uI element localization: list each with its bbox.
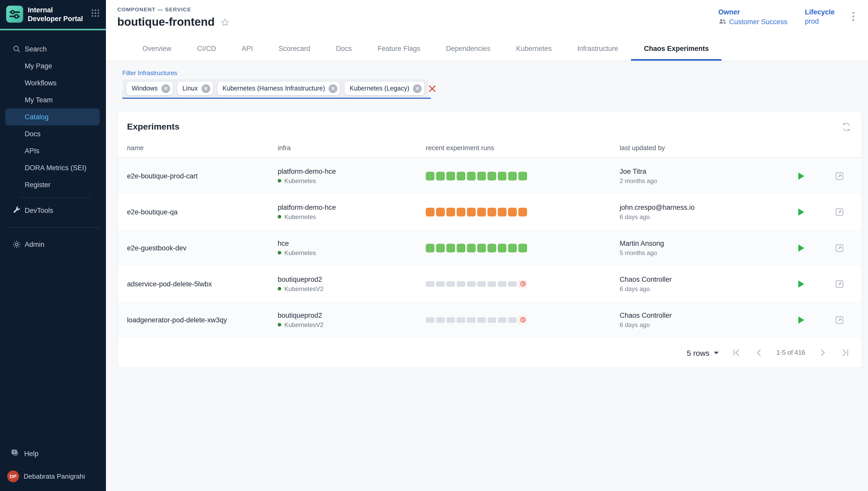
external-link-icon[interactable]: [835, 279, 844, 289]
play-icon[interactable]: [798, 172, 805, 180]
run-indicator-passed[interactable]: [446, 171, 455, 180]
run-indicator-passed[interactable]: [518, 243, 527, 252]
sidebar-item-my-team[interactable]: My Team: [5, 91, 100, 109]
run-indicator-not_run[interactable]: [498, 281, 507, 287]
run-indicator-passed[interactable]: [488, 171, 496, 180]
chip-remove-icon[interactable]: ×: [201, 84, 210, 93]
tab-cicd[interactable]: CI/CD: [184, 37, 229, 61]
tab-api[interactable]: API: [229, 37, 266, 61]
run-indicator-failed[interactable]: [477, 207, 486, 216]
tab-overview[interactable]: Overview: [129, 37, 184, 61]
run-indicator-not_run[interactable]: [498, 317, 507, 323]
sidebar-item-docs[interactable]: Docs: [5, 125, 100, 142]
run-indicator-not_run[interactable]: [508, 317, 517, 323]
run-indicator-passed[interactable]: [457, 171, 465, 180]
external-link-icon[interactable]: [835, 171, 844, 181]
tab-infrastructure[interactable]: Infrastructure: [565, 37, 631, 61]
run-indicator-failed[interactable]: [508, 207, 517, 216]
run-indicator-failed[interactable]: [436, 207, 445, 216]
infrastructure-filter-input[interactable]: Windows × Linux × Kubernetes (Harness In…: [122, 79, 431, 99]
run-indicator-not_run[interactable]: [467, 281, 476, 287]
run-indicator-passed[interactable]: [477, 171, 486, 180]
run-indicator-not_run[interactable]: [488, 281, 496, 287]
run-indicator-failed[interactable]: [467, 207, 476, 216]
run-indicator-not_run[interactable]: [477, 281, 486, 287]
sidebar-item-catalog[interactable]: Catalog: [5, 109, 100, 125]
rows-per-page-select[interactable]: 5 rows: [687, 348, 719, 357]
run-indicator-not_run[interactable]: [457, 317, 465, 323]
star-icon[interactable]: [220, 17, 230, 27]
run-indicator-failed[interactable]: [457, 207, 465, 216]
next-page-icon[interactable]: [818, 348, 828, 358]
harness-idp-logo[interactable]: [6, 6, 23, 23]
tab-docs[interactable]: Docs: [323, 37, 365, 61]
run-indicator-failed[interactable]: [426, 207, 435, 216]
run-indicator-not_run[interactable]: [457, 281, 465, 287]
sidebar-item-devtools[interactable]: DevTools: [5, 202, 100, 219]
run-indicator-not_run[interactable]: [467, 317, 476, 323]
filter-chipbox[interactable]: Windows × Linux × Kubernetes (Harness In…: [122, 79, 428, 98]
run-indicator-not_run[interactable]: [446, 317, 455, 323]
external-link-icon[interactable]: [835, 243, 844, 253]
sidebar-item-dora-metrics[interactable]: DORA Metrics (SEI): [5, 160, 100, 176]
run-indicator-failed[interactable]: [446, 207, 455, 216]
run-indicator-not_run[interactable]: [426, 281, 435, 287]
run-indicator-passed[interactable]: [436, 171, 445, 180]
sidebar-item-workflows[interactable]: Workflows: [5, 75, 100, 91]
run-indicator-not_run[interactable]: [436, 317, 445, 323]
run-indicator-passed[interactable]: [446, 243, 455, 252]
external-link-icon[interactable]: [835, 315, 844, 325]
run-indicator-passed[interactable]: [508, 243, 517, 252]
run-indicator-passed[interactable]: [436, 243, 445, 252]
run-indicator-passed[interactable]: [467, 243, 476, 252]
play-icon[interactable]: [798, 208, 805, 216]
run-indicator-passed[interactable]: [518, 171, 527, 180]
run-indicator-not_run[interactable]: [426, 317, 435, 323]
run-indicator-passed[interactable]: [467, 171, 476, 180]
run-indicator-failed[interactable]: [498, 207, 507, 216]
tab-feature-flags[interactable]: Feature Flags: [365, 37, 433, 61]
chip-remove-icon[interactable]: ×: [413, 84, 422, 93]
kebab-menu-icon[interactable]: [852, 8, 855, 24]
chip-remove-icon[interactable]: ×: [328, 84, 337, 93]
run-indicator-not_run[interactable]: [488, 317, 496, 323]
sidebar-item-register[interactable]: Register: [5, 176, 100, 193]
sidebar-item-my-page[interactable]: My Page: [5, 58, 100, 75]
help-button[interactable]: ? Help: [0, 446, 106, 461]
owner-link[interactable]: Customer Success: [718, 18, 787, 26]
run-indicator-not_run[interactable]: [436, 281, 445, 287]
tab-chaos-experiments[interactable]: Chaos Experiments: [631, 37, 722, 61]
sidebar-item-admin[interactable]: Admin: [5, 236, 100, 253]
external-link-icon[interactable]: [835, 207, 844, 217]
tab-kubernetes[interactable]: Kubernetes: [503, 37, 565, 61]
tab-dependencies[interactable]: Dependencies: [433, 37, 503, 61]
first-page-icon[interactable]: [731, 348, 741, 358]
run-indicator-not_run[interactable]: [477, 317, 486, 323]
run-indicator-passed[interactable]: [498, 243, 507, 252]
clear-filter-icon[interactable]: [428, 79, 436, 98]
lifecycle-value: prod: [805, 18, 835, 25]
run-indicator-passed[interactable]: [457, 243, 465, 252]
prev-page-icon[interactable]: [754, 348, 764, 358]
run-indicator-passed[interactable]: [508, 171, 517, 180]
run-indicator-failed[interactable]: [518, 207, 527, 216]
tab-scorecard[interactable]: Scorecard: [266, 37, 323, 61]
run-indicator-not_run[interactable]: [508, 281, 517, 287]
run-indicator-passed[interactable]: [498, 171, 507, 180]
refresh-icon[interactable]: [841, 122, 851, 132]
user-menu[interactable]: DP Debabrata Panigrahi: [0, 468, 106, 484]
run-indicator-passed[interactable]: [426, 243, 435, 252]
last-page-icon[interactable]: [840, 348, 850, 358]
play-icon[interactable]: [798, 316, 805, 324]
app-switcher-icon[interactable]: [91, 6, 100, 20]
run-indicator-passed[interactable]: [426, 171, 435, 180]
run-indicator-passed[interactable]: [488, 243, 496, 252]
run-indicator-passed[interactable]: [477, 243, 486, 252]
sidebar-item-apis[interactable]: APIs: [5, 142, 100, 160]
run-indicator-not_run[interactable]: [446, 281, 455, 287]
sidebar-item-search[interactable]: Search: [5, 40, 100, 58]
play-icon[interactable]: [798, 280, 805, 288]
play-icon[interactable]: [798, 244, 805, 252]
chip-remove-icon[interactable]: ×: [161, 84, 170, 93]
run-indicator-failed[interactable]: [488, 207, 496, 216]
